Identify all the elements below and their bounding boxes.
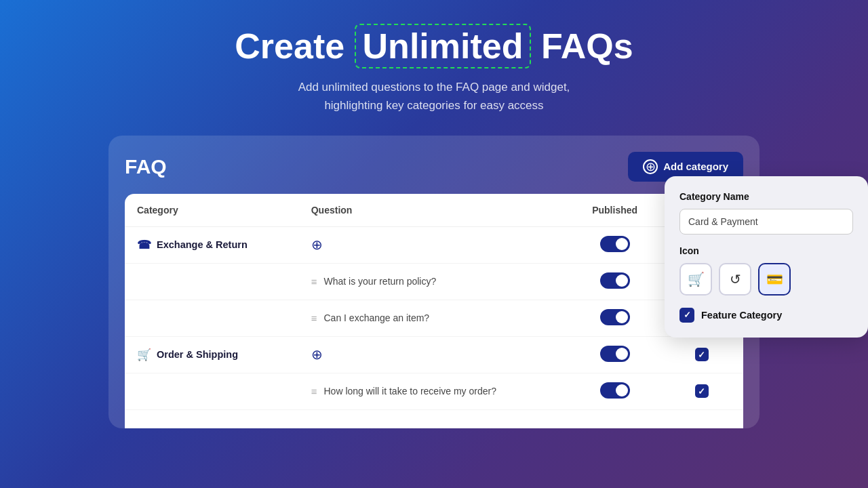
category-label-exchange: Exchange & Return — [157, 239, 248, 250]
table-row: ≡ How long will it take to receive my or… — [125, 373, 743, 409]
hero-subtitle: Add unlimited questions to the FAQ page … — [235, 78, 633, 115]
feature-category-label: Feature Category — [701, 310, 782, 321]
drag-icon: ≡ — [311, 312, 317, 324]
icon-btn-cart[interactable]: 🛒 — [679, 263, 712, 296]
popup-category-name-input[interactable] — [679, 209, 853, 235]
hero-title-highlight: Unlimited — [355, 24, 532, 68]
question-text: What is your return policy? — [324, 276, 437, 287]
add-category-label: Add category — [663, 161, 728, 172]
col-header-published: Published — [570, 194, 660, 227]
popup-icon-row: 🛒 ↺ 💳 — [679, 263, 853, 296]
add-question-icon-shipping[interactable]: ⊕ — [311, 347, 323, 362]
plus-circle-icon: ⊕ — [643, 159, 658, 174]
icon-btn-card[interactable]: 💳 — [758, 263, 791, 296]
faq-card: FAQ ⊕ Add category Category Question Pub… — [108, 136, 760, 428]
toggle-q3-published[interactable] — [600, 382, 630, 399]
table-row: ≡ Can I exchange an item? — [125, 300, 743, 336]
toggle-exchange-published[interactable] — [600, 236, 630, 252]
popup-feature-row: Feature Category — [679, 308, 853, 323]
hero-title-before: Create — [235, 26, 354, 66]
toggle-q2-published[interactable] — [600, 309, 630, 325]
add-question-icon-exchange[interactable]: ⊕ — [311, 237, 323, 252]
question-text: How long will it take to receive my orde… — [324, 386, 496, 396]
faq-table-wrap: Category Question Published Featured ☎ E… — [125, 194, 743, 428]
col-header-question: Question — [299, 194, 570, 227]
toggle-shipping-published[interactable] — [600, 346, 630, 362]
category-cell-exchange: ☎ Exchange & Return — [137, 238, 287, 252]
exchange-icon: ☎ — [137, 238, 151, 252]
category-cell-shipping: 🛒 Order & Shipping — [137, 348, 287, 362]
table-row: 🛒 Order & Shipping ⊕ — [125, 336, 743, 373]
table-row: ≡ What is your return policy? — [125, 263, 743, 300]
table-row-spacer — [125, 409, 743, 428]
toggle-q1-published[interactable] — [600, 272, 630, 289]
checkbox-shipping-featured[interactable] — [695, 348, 709, 361]
popup-category-name-label: Category Name — [679, 191, 853, 202]
shipping-icon: 🛒 — [137, 348, 151, 362]
question-text: Can I exchange an item? — [324, 312, 430, 323]
hero-title-after: FAQs — [531, 26, 633, 66]
drag-icon: ≡ — [311, 276, 317, 287]
feature-category-checkbox[interactable] — [679, 308, 694, 323]
icon-btn-exchange[interactable]: ↺ — [719, 263, 751, 296]
category-label-shipping: Order & Shipping — [157, 349, 238, 360]
popup-icon-label: Icon — [679, 245, 853, 256]
hero-title: Create Unlimited FAQs — [235, 27, 633, 66]
drag-icon: ≡ — [311, 386, 317, 397]
hero-section: Create Unlimited FAQs Add unlimited ques… — [221, 0, 646, 136]
faq-card-header: FAQ ⊕ Add category — [125, 152, 743, 182]
faq-table: Category Question Published Featured ☎ E… — [125, 194, 743, 428]
col-header-category: Category — [125, 194, 299, 227]
faq-card-title: FAQ — [125, 155, 167, 178]
checkbox-q3-featured[interactable] — [695, 384, 709, 398]
table-row: ☎ Exchange & Return ⊕ — [125, 226, 743, 263]
category-name-popup: Category Name Icon 🛒 ↺ 💳 Feature Categor… — [665, 176, 868, 338]
